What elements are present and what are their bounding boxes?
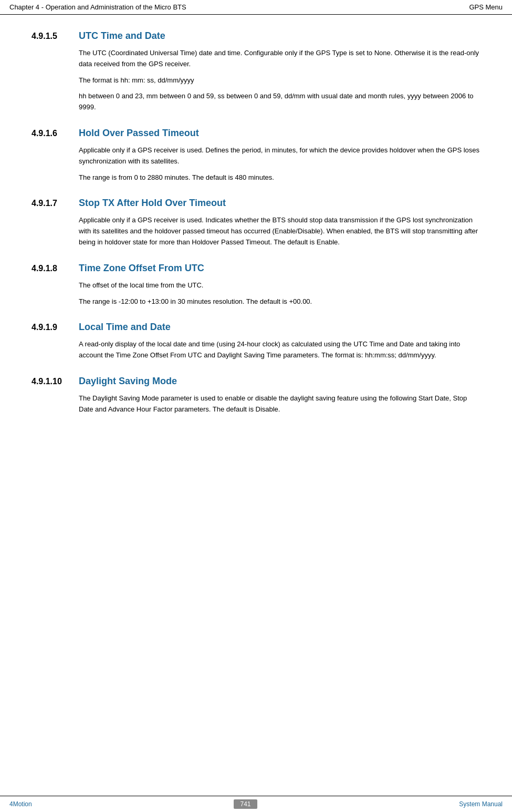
section-4-9-1-5-body: The UTC (Coordinated Universal Time) dat… <box>79 48 480 113</box>
footer-center: 741 <box>234 799 257 809</box>
section-4-9-1-8-para-0: The offset of the local time from the UT… <box>79 280 480 291</box>
section-4-9-1-9-heading: 4.9.1.9Local Time and Date <box>32 322 480 333</box>
section-4-9-1-7-title: Stop TX After Hold Over Timeout <box>79 198 226 209</box>
section-4-9-1-6: 4.9.1.6Hold Over Passed TimeoutApplicabl… <box>32 128 480 183</box>
section-4-9-1-5-para-0: The UTC (Coordinated Universal Time) dat… <box>79 48 480 70</box>
section-4-9-1-9-body: A read-only display of the local date an… <box>79 339 480 361</box>
header-right: GPS Menu <box>469 3 503 11</box>
footer-right: System Manual <box>459 800 503 808</box>
section-4-9-1-6-heading: 4.9.1.6Hold Over Passed Timeout <box>32 128 480 139</box>
section-4-9-1-10-heading: 4.9.1.10Daylight Saving Mode <box>32 376 480 387</box>
section-4-9-1-5-heading: 4.9.1.5UTC Time and Date <box>32 30 480 42</box>
section-4-9-1-10: 4.9.1.10Daylight Saving ModeThe Daylight… <box>32 376 480 415</box>
section-4-9-1-10-number: 4.9.1.10 <box>32 377 68 386</box>
page-header: Chapter 4 - Operation and Administration… <box>0 0 512 15</box>
section-4-9-1-10-body: The Daylight Saving Mode parameter is us… <box>79 393 480 415</box>
section-4-9-1-7-body: Applicable only if a GPS receiver is use… <box>79 215 480 248</box>
section-4-9-1-9-title: Local Time and Date <box>79 322 171 333</box>
section-4-9-1-9: 4.9.1.9Local Time and DateA read-only di… <box>32 322 480 361</box>
section-4-9-1-8: 4.9.1.8Time Zone Offset From UTCThe offs… <box>32 263 480 307</box>
section-4-9-1-6-para-0: Applicable only if a GPS receiver is use… <box>79 145 480 167</box>
section-4-9-1-7: 4.9.1.7Stop TX After Hold Over TimeoutAp… <box>32 198 480 248</box>
page-content: 4.9.1.5UTC Time and DateThe UTC (Coordin… <box>0 15 512 472</box>
section-4-9-1-7-para-0: Applicable only if a GPS receiver is use… <box>79 215 480 248</box>
section-4-9-1-5-para-1: The format is hh: mm: ss, dd/mm/yyyy <box>79 75 480 86</box>
section-4-9-1-5-title: UTC Time and Date <box>79 30 165 42</box>
section-4-9-1-8-heading: 4.9.1.8Time Zone Offset From UTC <box>32 263 480 274</box>
section-4-9-1-8-title: Time Zone Offset From UTC <box>79 263 204 274</box>
section-4-9-1-6-body: Applicable only if a GPS receiver is use… <box>79 145 480 183</box>
section-4-9-1-10-title: Daylight Saving Mode <box>79 376 177 387</box>
section-4-9-1-7-heading: 4.9.1.7Stop TX After Hold Over Timeout <box>32 198 480 209</box>
page-footer: 4Motion 741 System Manual <box>0 796 512 812</box>
section-4-9-1-5-para-2: hh between 0 and 23, mm between 0 and 59… <box>79 91 480 113</box>
section-4-9-1-9-number: 4.9.1.9 <box>32 323 68 332</box>
section-4-9-1-5-number: 4.9.1.5 <box>32 32 68 41</box>
section-4-9-1-5: 4.9.1.5UTC Time and DateThe UTC (Coordin… <box>32 30 480 113</box>
section-4-9-1-9-para-0: A read-only display of the local date an… <box>79 339 480 361</box>
section-4-9-1-6-number: 4.9.1.6 <box>32 129 68 138</box>
section-4-9-1-8-para-1: The range is -12:00 to +13:00 in 30 minu… <box>79 296 480 307</box>
section-4-9-1-8-body: The offset of the local time from the UT… <box>79 280 480 307</box>
section-4-9-1-7-number: 4.9.1.7 <box>32 199 68 208</box>
section-4-9-1-6-para-1: The range is from 0 to 2880 minutes. The… <box>79 172 480 183</box>
section-4-9-1-10-para-0: The Daylight Saving Mode parameter is us… <box>79 393 480 415</box>
footer-left: 4Motion <box>9 800 32 808</box>
header-left: Chapter 4 - Operation and Administration… <box>9 3 186 11</box>
section-4-9-1-6-title: Hold Over Passed Timeout <box>79 128 199 139</box>
section-4-9-1-8-number: 4.9.1.8 <box>32 264 68 273</box>
